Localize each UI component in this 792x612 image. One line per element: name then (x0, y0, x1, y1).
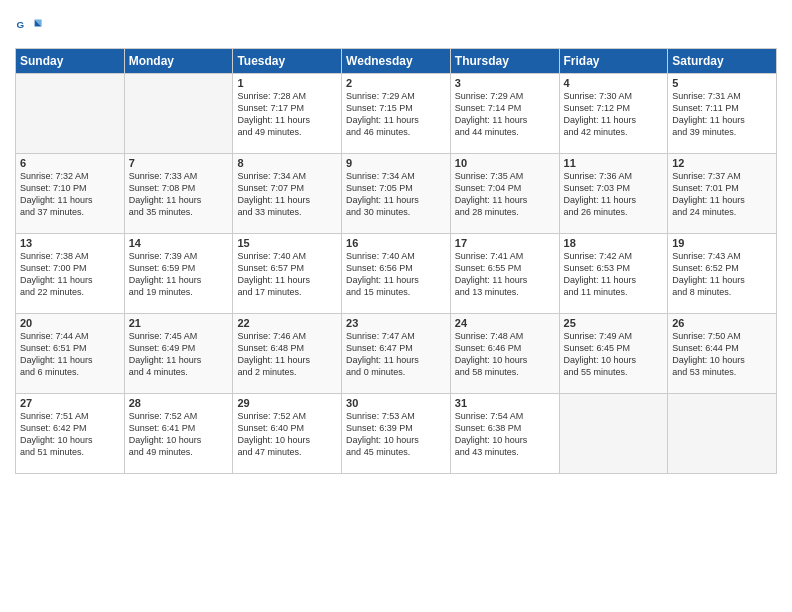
calendar-cell: 6Sunrise: 7:32 AM Sunset: 7:10 PM Daylig… (16, 154, 125, 234)
calendar-cell (124, 74, 233, 154)
day-number: 3 (455, 77, 555, 89)
calendar-cell: 8Sunrise: 7:34 AM Sunset: 7:07 PM Daylig… (233, 154, 342, 234)
calendar-cell: 30Sunrise: 7:53 AM Sunset: 6:39 PM Dayli… (342, 394, 451, 474)
calendar-cell: 19Sunrise: 7:43 AM Sunset: 6:52 PM Dayli… (668, 234, 777, 314)
calendar-cell: 14Sunrise: 7:39 AM Sunset: 6:59 PM Dayli… (124, 234, 233, 314)
calendar-cell: 4Sunrise: 7:30 AM Sunset: 7:12 PM Daylig… (559, 74, 668, 154)
day-number: 21 (129, 317, 229, 329)
day-header-wednesday: Wednesday (342, 49, 451, 74)
week-row-1: 1Sunrise: 7:28 AM Sunset: 7:17 PM Daylig… (16, 74, 777, 154)
day-number: 4 (564, 77, 664, 89)
calendar-cell: 10Sunrise: 7:35 AM Sunset: 7:04 PM Dayli… (450, 154, 559, 234)
calendar-cell: 20Sunrise: 7:44 AM Sunset: 6:51 PM Dayli… (16, 314, 125, 394)
day-info: Sunrise: 7:52 AM Sunset: 6:41 PM Dayligh… (129, 410, 229, 459)
day-number: 24 (455, 317, 555, 329)
calendar-cell: 1Sunrise: 7:28 AM Sunset: 7:17 PM Daylig… (233, 74, 342, 154)
calendar-cell: 29Sunrise: 7:52 AM Sunset: 6:40 PM Dayli… (233, 394, 342, 474)
week-row-3: 13Sunrise: 7:38 AM Sunset: 7:00 PM Dayli… (16, 234, 777, 314)
day-number: 16 (346, 237, 446, 249)
day-info: Sunrise: 7:44 AM Sunset: 6:51 PM Dayligh… (20, 330, 120, 379)
day-header-thursday: Thursday (450, 49, 559, 74)
day-info: Sunrise: 7:48 AM Sunset: 6:46 PM Dayligh… (455, 330, 555, 379)
day-number: 13 (20, 237, 120, 249)
logo-icon: G (15, 14, 43, 42)
day-info: Sunrise: 7:54 AM Sunset: 6:38 PM Dayligh… (455, 410, 555, 459)
calendar-cell: 31Sunrise: 7:54 AM Sunset: 6:38 PM Dayli… (450, 394, 559, 474)
day-info: Sunrise: 7:40 AM Sunset: 6:57 PM Dayligh… (237, 250, 337, 299)
day-info: Sunrise: 7:37 AM Sunset: 7:01 PM Dayligh… (672, 170, 772, 219)
day-info: Sunrise: 7:34 AM Sunset: 7:07 PM Dayligh… (237, 170, 337, 219)
calendar-cell: 5Sunrise: 7:31 AM Sunset: 7:11 PM Daylig… (668, 74, 777, 154)
calendar-cell: 23Sunrise: 7:47 AM Sunset: 6:47 PM Dayli… (342, 314, 451, 394)
day-info: Sunrise: 7:36 AM Sunset: 7:03 PM Dayligh… (564, 170, 664, 219)
day-info: Sunrise: 7:34 AM Sunset: 7:05 PM Dayligh… (346, 170, 446, 219)
day-number: 14 (129, 237, 229, 249)
day-info: Sunrise: 7:40 AM Sunset: 6:56 PM Dayligh… (346, 250, 446, 299)
calendar-cell (668, 394, 777, 474)
day-number: 27 (20, 397, 120, 409)
calendar-cell: 2Sunrise: 7:29 AM Sunset: 7:15 PM Daylig… (342, 74, 451, 154)
calendar-cell: 15Sunrise: 7:40 AM Sunset: 6:57 PM Dayli… (233, 234, 342, 314)
day-number: 12 (672, 157, 772, 169)
calendar-cell: 13Sunrise: 7:38 AM Sunset: 7:00 PM Dayli… (16, 234, 125, 314)
week-row-4: 20Sunrise: 7:44 AM Sunset: 6:51 PM Dayli… (16, 314, 777, 394)
day-number: 20 (20, 317, 120, 329)
day-info: Sunrise: 7:38 AM Sunset: 7:00 PM Dayligh… (20, 250, 120, 299)
day-number: 7 (129, 157, 229, 169)
day-header-saturday: Saturday (668, 49, 777, 74)
day-number: 31 (455, 397, 555, 409)
day-info: Sunrise: 7:30 AM Sunset: 7:12 PM Dayligh… (564, 90, 664, 139)
day-number: 10 (455, 157, 555, 169)
day-info: Sunrise: 7:41 AM Sunset: 6:55 PM Dayligh… (455, 250, 555, 299)
calendar-container: G SundayMondayTuesdayWednesdayThursdayFr… (0, 0, 792, 484)
day-info: Sunrise: 7:33 AM Sunset: 7:08 PM Dayligh… (129, 170, 229, 219)
day-number: 29 (237, 397, 337, 409)
calendar-table: SundayMondayTuesdayWednesdayThursdayFrid… (15, 48, 777, 474)
day-info: Sunrise: 7:29 AM Sunset: 7:15 PM Dayligh… (346, 90, 446, 139)
calendar-cell: 7Sunrise: 7:33 AM Sunset: 7:08 PM Daylig… (124, 154, 233, 234)
day-number: 2 (346, 77, 446, 89)
day-number: 23 (346, 317, 446, 329)
day-number: 28 (129, 397, 229, 409)
day-number: 1 (237, 77, 337, 89)
day-number: 30 (346, 397, 446, 409)
calendar-cell: 12Sunrise: 7:37 AM Sunset: 7:01 PM Dayli… (668, 154, 777, 234)
day-info: Sunrise: 7:32 AM Sunset: 7:10 PM Dayligh… (20, 170, 120, 219)
day-number: 11 (564, 157, 664, 169)
calendar-cell: 25Sunrise: 7:49 AM Sunset: 6:45 PM Dayli… (559, 314, 668, 394)
calendar-cell: 27Sunrise: 7:51 AM Sunset: 6:42 PM Dayli… (16, 394, 125, 474)
calendar-cell: 28Sunrise: 7:52 AM Sunset: 6:41 PM Dayli… (124, 394, 233, 474)
calendar-cell: 22Sunrise: 7:46 AM Sunset: 6:48 PM Dayli… (233, 314, 342, 394)
day-number: 17 (455, 237, 555, 249)
day-number: 25 (564, 317, 664, 329)
day-header-monday: Monday (124, 49, 233, 74)
day-info: Sunrise: 7:53 AM Sunset: 6:39 PM Dayligh… (346, 410, 446, 459)
day-number: 9 (346, 157, 446, 169)
day-info: Sunrise: 7:31 AM Sunset: 7:11 PM Dayligh… (672, 90, 772, 139)
calendar-cell: 26Sunrise: 7:50 AM Sunset: 6:44 PM Dayli… (668, 314, 777, 394)
calendar-cell: 17Sunrise: 7:41 AM Sunset: 6:55 PM Dayli… (450, 234, 559, 314)
calendar-cell: 9Sunrise: 7:34 AM Sunset: 7:05 PM Daylig… (342, 154, 451, 234)
day-info: Sunrise: 7:50 AM Sunset: 6:44 PM Dayligh… (672, 330, 772, 379)
day-number: 18 (564, 237, 664, 249)
header-row-days: SundayMondayTuesdayWednesdayThursdayFrid… (16, 49, 777, 74)
calendar-cell: 24Sunrise: 7:48 AM Sunset: 6:46 PM Dayli… (450, 314, 559, 394)
day-info: Sunrise: 7:45 AM Sunset: 6:49 PM Dayligh… (129, 330, 229, 379)
day-number: 6 (20, 157, 120, 169)
day-info: Sunrise: 7:49 AM Sunset: 6:45 PM Dayligh… (564, 330, 664, 379)
day-info: Sunrise: 7:46 AM Sunset: 6:48 PM Dayligh… (237, 330, 337, 379)
calendar-cell (559, 394, 668, 474)
day-header-sunday: Sunday (16, 49, 125, 74)
day-header-friday: Friday (559, 49, 668, 74)
week-row-5: 27Sunrise: 7:51 AM Sunset: 6:42 PM Dayli… (16, 394, 777, 474)
calendar-cell: 3Sunrise: 7:29 AM Sunset: 7:14 PM Daylig… (450, 74, 559, 154)
day-info: Sunrise: 7:52 AM Sunset: 6:40 PM Dayligh… (237, 410, 337, 459)
day-number: 8 (237, 157, 337, 169)
day-number: 5 (672, 77, 772, 89)
day-number: 19 (672, 237, 772, 249)
day-info: Sunrise: 7:28 AM Sunset: 7:17 PM Dayligh… (237, 90, 337, 139)
day-info: Sunrise: 7:51 AM Sunset: 6:42 PM Dayligh… (20, 410, 120, 459)
day-info: Sunrise: 7:39 AM Sunset: 6:59 PM Dayligh… (129, 250, 229, 299)
day-number: 22 (237, 317, 337, 329)
day-info: Sunrise: 7:35 AM Sunset: 7:04 PM Dayligh… (455, 170, 555, 219)
